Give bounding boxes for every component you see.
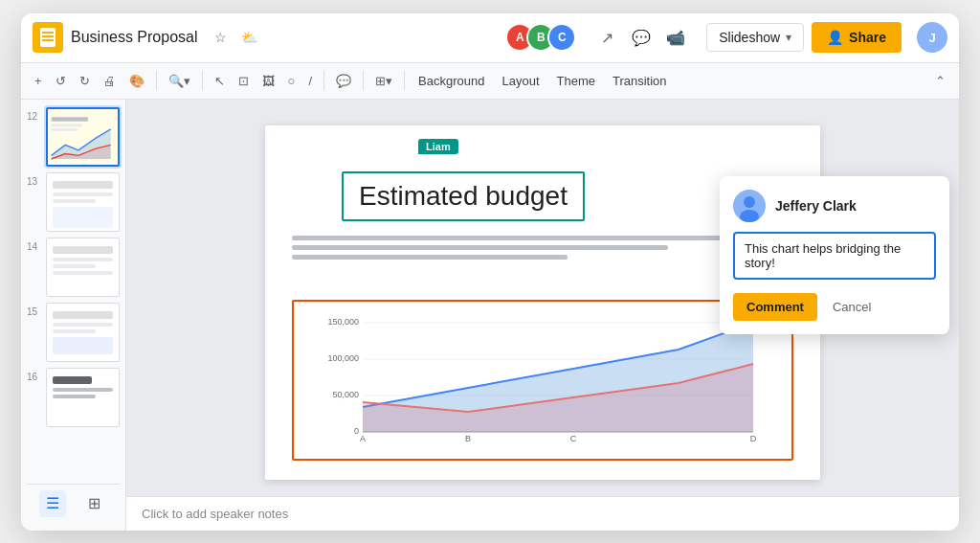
- svg-text:C: C: [570, 434, 577, 443]
- thumb-img-13: [53, 207, 113, 228]
- slide-thumb-16[interactable]: 16: [27, 368, 120, 427]
- logo-icon: [40, 28, 56, 47]
- liam-cursor-area: Liam Estimated budget: [342, 152, 585, 221]
- slide-thumb-15[interactable]: 15: [27, 303, 120, 362]
- svg-rect-0: [52, 117, 88, 122]
- paint-button[interactable]: 🎨: [123, 67, 150, 94]
- slide-thumb-14[interactable]: 14: [27, 238, 120, 297]
- toolbar-sep-5: [404, 71, 405, 90]
- thumb-line-15-2: [53, 329, 96, 333]
- toolbar-sep-2: [202, 71, 203, 90]
- slide-preview-13: [46, 172, 120, 232]
- app-logo: [33, 22, 63, 53]
- comment-submit-button[interactable]: Comment: [733, 293, 817, 321]
- collaborator-avatars: A B C: [505, 23, 576, 52]
- slide-preview-14: [46, 238, 120, 297]
- subtitle-line-3: [292, 255, 568, 260]
- comment-author-name: Jeffery Clark: [775, 198, 857, 214]
- background-label[interactable]: Background: [411, 67, 492, 94]
- zoom-control[interactable]: 🔍▾: [163, 67, 196, 94]
- thumb-line-16-2: [53, 395, 96, 398]
- chat-icon[interactable]: 💬: [626, 22, 657, 53]
- thumb-line-14-3: [53, 271, 113, 275]
- thumb-title-bar-13: [53, 181, 113, 189]
- svg-text:D: D: [750, 434, 757, 443]
- print-button[interactable]: 🖨: [98, 67, 122, 94]
- svg-text:50,000: 50,000: [332, 390, 359, 399]
- svg-text:100,000: 100,000: [327, 353, 359, 363]
- redo-button[interactable]: ↻: [74, 67, 96, 94]
- share-button[interactable]: 👤 Share: [812, 22, 902, 53]
- comment-input[interactable]: [733, 232, 936, 280]
- slide-thumb-12[interactable]: 12: [27, 107, 120, 167]
- line-tool[interactable]: /: [302, 67, 318, 94]
- toolbar: + ↺ ↻ 🖨 🎨 🔍▾ ↖ ⊡ 🖼 ○ / 💬 ⊞▾ Background L…: [21, 63, 959, 100]
- app-window: Business Proposal ☆ ⛅ A B C ↗ 💬 📹 Slides…: [21, 13, 959, 531]
- document-title: Business Proposal: [71, 29, 198, 46]
- thumb-line-14-1: [53, 258, 113, 261]
- zoom-in-button[interactable]: +: [29, 67, 48, 94]
- comment-cancel-button[interactable]: Cancel: [825, 293, 879, 321]
- slideshow-button[interactable]: Slideshow ▾: [706, 23, 804, 52]
- slide-num-14: 14: [27, 241, 42, 252]
- svg-rect-2: [52, 128, 78, 131]
- slide-preview-16: [46, 368, 120, 427]
- main-area: 12 13: [21, 100, 959, 531]
- meet-icon[interactable]: 📹: [660, 22, 691, 53]
- layout-picker[interactable]: ⊞▾: [369, 67, 398, 94]
- header-icons: ☆ ⛅: [210, 26, 261, 49]
- subtitle-lines: [292, 236, 793, 260]
- thumb-line-14-2: [53, 264, 96, 268]
- user-avatar[interactable]: J: [917, 22, 947, 53]
- comment-tool[interactable]: 💬: [330, 67, 357, 94]
- svg-point-22: [744, 196, 755, 208]
- slide-thumb-13[interactable]: 13: [27, 172, 120, 232]
- share-icon: 👤: [827, 30, 843, 45]
- thumb-line-16-1: [53, 388, 113, 392]
- list-view-button[interactable]: ☰: [39, 490, 66, 517]
- svg-text:150,000: 150,000: [327, 317, 359, 327]
- slide-title: Estimated budget: [342, 171, 585, 221]
- collapse-toolbar-button[interactable]: ⌃: [929, 67, 951, 94]
- canvas-area: Liam Estimated budget Lori: [126, 100, 959, 531]
- toolbar-sep-4: [363, 71, 364, 90]
- speaker-notes[interactable]: Click to add speaker notes: [126, 496, 959, 531]
- image-tool[interactable]: 🖼: [256, 67, 280, 94]
- svg-text:0: 0: [354, 426, 359, 436]
- layout-label[interactable]: Layout: [494, 67, 546, 94]
- toolbar-sep-3: [323, 71, 324, 90]
- chart-box: Lori 150,000 100,000 50,000 0: [292, 300, 793, 461]
- liam-cursor-label: Liam: [418, 139, 458, 154]
- textbox-tool[interactable]: ⊡: [233, 67, 255, 94]
- avatar-3[interactable]: C: [547, 23, 576, 52]
- header-action-icons: ↗ 💬 📹: [591, 22, 691, 53]
- thumb-title-bar-16: [53, 376, 92, 384]
- comment-actions: Comment Cancel: [733, 293, 936, 321]
- cursor-tool[interactable]: ↖: [209, 67, 231, 94]
- analytics-icon[interactable]: ↗: [591, 22, 622, 53]
- canvas-scroll: Liam Estimated budget Lori: [126, 100, 959, 496]
- undo-button[interactable]: ↺: [50, 67, 72, 94]
- shape-tool[interactable]: ○: [282, 67, 301, 94]
- star-icon[interactable]: ☆: [210, 26, 233, 49]
- cloud-icon[interactable]: ⛅: [238, 26, 261, 49]
- slide-num-12: 12: [27, 111, 42, 122]
- toolbar-sep-1: [156, 71, 157, 90]
- share-label: Share: [849, 30, 886, 45]
- chart-svg: 150,000 100,000 50,000 0: [303, 311, 782, 445]
- thumb-line-13-2: [53, 199, 96, 203]
- comment-author-avatar: [733, 190, 766, 222]
- transition-label[interactable]: Transition: [605, 67, 675, 94]
- svg-text:B: B: [465, 434, 471, 443]
- slide-preview-12: [46, 107, 120, 167]
- slide-num-13: 13: [27, 176, 42, 187]
- speaker-notes-placeholder: Click to add speaker notes: [142, 507, 288, 521]
- grid-view-button[interactable]: ⊞: [81, 490, 108, 517]
- comment-header: Jeffery Clark: [733, 190, 936, 222]
- subtitle-line-2: [292, 245, 668, 250]
- thumb-line-15-1: [53, 323, 113, 327]
- chart-container: Lori 150,000 100,000 50,000 0: [292, 300, 793, 461]
- header: Business Proposal ☆ ⛅ A B C ↗ 💬 📹 Slides…: [21, 13, 959, 63]
- theme-label[interactable]: Theme: [549, 67, 603, 94]
- thumb-line-13-1: [53, 192, 113, 196]
